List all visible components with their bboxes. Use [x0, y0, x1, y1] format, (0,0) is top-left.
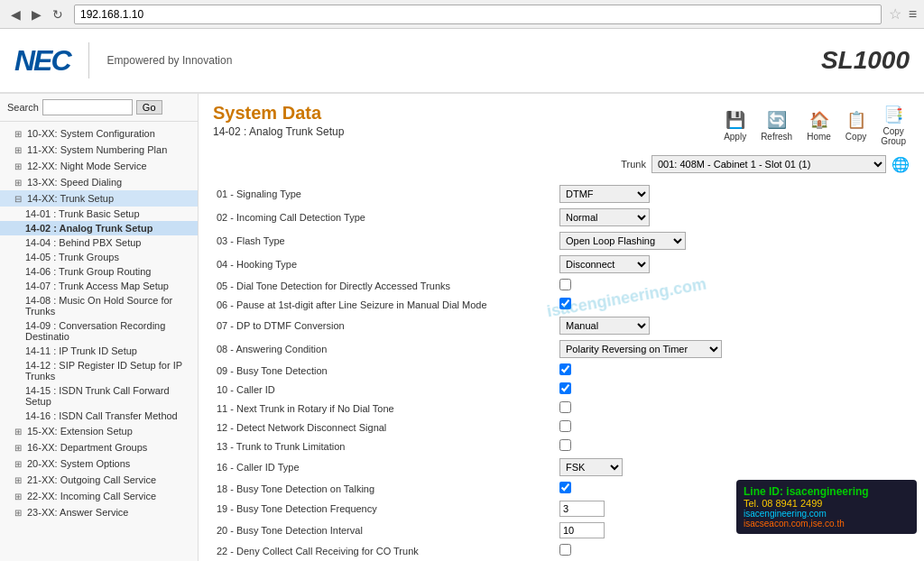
- sidebar-item-14-01[interactable]: 14-01 : Trunk Basic Setup: [0, 207, 198, 221]
- field-value-16: FSK DTMF: [556, 455, 910, 479]
- form-row-01: 01 - Signaling Type DTMF DP: [213, 182, 910, 206]
- field-value-11: [556, 399, 910, 418]
- incoming-call-detection-select[interactable]: Normal Delayed: [559, 208, 650, 226]
- field-label-09: 09 - Busy Tone Detection: [213, 361, 556, 380]
- field-label-01: 01 - Signaling Type: [213, 182, 556, 206]
- reload-button[interactable]: ↻: [49, 5, 67, 23]
- sidebar-item-14-15[interactable]: 14-15 : ISDN Trunk Call Forward Setup: [0, 383, 198, 409]
- field-label-04: 04 - Hooking Type: [213, 253, 556, 276]
- sidebar-item-14-06[interactable]: 14-06 : Trunk Group Routing: [0, 264, 198, 279]
- expand-icon: ⊞: [14, 492, 23, 501]
- pause-1st-digit-checkbox[interactable]: [559, 298, 571, 309]
- field-label-06: 06 - Pause at 1st-digit after Line Seizu…: [213, 295, 556, 314]
- expand-icon: ⊞: [14, 443, 23, 453]
- field-label-05: 05 - Dial Tone Detection for Directly Ac…: [213, 276, 556, 295]
- hooking-type-select[interactable]: Disconnect Flash: [559, 255, 650, 273]
- deny-collect-call-checkbox[interactable]: [559, 544, 571, 556]
- sidebar-item-14-09[interactable]: 14-09 : Conversation Recording Destinati…: [0, 318, 198, 344]
- sidebar-item-label: 20-XX: System Options: [27, 458, 130, 469]
- model-name: SL1000: [821, 46, 910, 75]
- trunk-select[interactable]: 001: 408M - Cabinet 1 - Slot 01 (1): [651, 155, 886, 173]
- field-value-22: [556, 541, 910, 560]
- sidebar-item-label: 16-XX: Department Groups: [27, 442, 147, 453]
- page-header-row: System Data 14-02 : Analog Trunk Setup 💾…: [213, 103, 910, 148]
- sidebar-item-22xx[interactable]: ⊞ 22-XX: Incoming Call Service: [0, 488, 198, 504]
- logo-tagline: Empowered by Innovation: [107, 53, 233, 69]
- expand-icon: ⊞: [14, 178, 23, 188]
- dial-tone-detection-checkbox[interactable]: [559, 279, 571, 290]
- home-button[interactable]: 🏠 Home: [803, 108, 835, 143]
- copy-button[interactable]: 📋 Copy: [842, 108, 870, 143]
- caller-id-type-select[interactable]: FSK DTMF: [559, 458, 623, 476]
- apply-button[interactable]: 💾 Apply: [720, 108, 750, 143]
- app-header: NEC Empowered by Innovation SL1000: [0, 29, 924, 94]
- trunk-info-icon[interactable]: 🌐: [892, 156, 910, 173]
- sidebar-item-12xx[interactable]: ⊞ 12-XX: Night Mode Service: [0, 158, 198, 174]
- bookmark-button[interactable]: ☆: [889, 5, 901, 23]
- sidebar-item-14xx[interactable]: ⊟ 14-XX: Trunk Setup: [0, 190, 198, 207]
- search-bar: Search Go: [0, 94, 198, 122]
- sidebar: Search Go ⊞ 10-XX: System Configuration …: [0, 94, 199, 561]
- sidebar-item-10xx[interactable]: ⊞ 10-XX: System Configuration: [0, 125, 198, 142]
- menu-button[interactable]: ≡: [909, 6, 917, 23]
- sidebar-item-label: 23-XX: Answer Service: [27, 507, 129, 518]
- sidebar-item-14-16[interactable]: 14-16 : ISDN Call Transfer Method: [0, 409, 198, 423]
- sidebar-item-label: 22-XX: Incoming Call Service: [27, 491, 156, 501]
- sidebar-item-14-07[interactable]: 14-07 : Trunk Access Map Setup: [0, 279, 198, 293]
- sidebar-item-15xx[interactable]: ⊞ 15-XX: Extension Setup: [0, 423, 198, 439]
- sidebar-item-13xx[interactable]: ⊞ 13-XX: Speed Dialing: [0, 174, 198, 190]
- promo-website2: isacseacon.com,ise.co.th: [744, 519, 910, 529]
- copy-label: Copy: [845, 132, 866, 142]
- sidebar-item-14-05[interactable]: 14-05 : Trunk Groups: [0, 250, 198, 264]
- next-trunk-rotary-checkbox[interactable]: [559, 401, 571, 413]
- busy-tone-detection-frequency-input[interactable]: [559, 501, 605, 517]
- busy-tone-detection-interval-input[interactable]: [559, 522, 605, 538]
- field-label-11: 11 - Next Trunk in Rotary if No Dial Ton…: [213, 399, 556, 418]
- trunk-to-trunk-limitation-checkbox[interactable]: [559, 439, 571, 451]
- caller-id-checkbox[interactable]: [559, 382, 571, 394]
- nec-logo: NEC: [14, 44, 70, 78]
- field-value-03: Open Loop Flashing Short Loop Flashing: [556, 229, 910, 253]
- sidebar-item-14-02[interactable]: 14-02 : Analog Trunk Setup: [0, 221, 198, 235]
- back-button[interactable]: ◀: [7, 5, 24, 23]
- sidebar-item-14-08[interactable]: 14-08 : Music On Hold Source for Trunks: [0, 293, 198, 318]
- logo-area: NEC Empowered by Innovation: [14, 42, 232, 78]
- search-input[interactable]: [42, 99, 133, 115]
- expand-icon: ⊞: [14, 161, 23, 171]
- flash-type-select[interactable]: Open Loop Flashing Short Loop Flashing: [559, 232, 686, 250]
- busy-tone-detection-checkbox[interactable]: [559, 363, 571, 375]
- field-label-19: 19 - Busy Tone Detection Frequency: [213, 498, 556, 520]
- answering-condition-select[interactable]: Polarity Reversing on Timer Timer Only P…: [559, 340, 722, 358]
- sidebar-item-23xx[interactable]: ⊞ 23-XX: Answer Service: [0, 504, 198, 520]
- form-row-05: 05 - Dial Tone Detection for Directly Ac…: [213, 276, 910, 295]
- page-title: System Data: [213, 103, 344, 124]
- field-label-20: 20 - Busy Tone Detection Interval: [213, 520, 556, 541]
- field-value-08: Polarity Reversing on Timer Timer Only P…: [556, 337, 910, 361]
- address-bar[interactable]: [74, 5, 882, 24]
- sidebar-item-14-11[interactable]: 14-11 : IP Trunk ID Setup: [0, 344, 198, 358]
- copy-group-button[interactable]: 📑 Copy Group: [877, 103, 910, 148]
- search-go-button[interactable]: Go: [136, 100, 162, 115]
- expand-icon: ⊞: [14, 508, 23, 518]
- field-label-12: 12 - Detect Network Disconnect Signal: [213, 418, 556, 437]
- field-label-10: 10 - Caller ID: [213, 380, 556, 399]
- forward-button[interactable]: ▶: [28, 5, 45, 23]
- sidebar-item-21xx[interactable]: ⊞ 21-XX: Outgoing Call Service: [0, 472, 198, 488]
- field-label-08: 08 - Answering Condition: [213, 337, 556, 361]
- sidebar-nav: ⊞ 10-XX: System Configuration ⊞ 11-XX: S…: [0, 122, 198, 561]
- signaling-type-select[interactable]: DTMF DP: [559, 185, 650, 203]
- field-label-02: 02 - Incoming Call Detection Type: [213, 206, 556, 229]
- refresh-label: Refresh: [761, 132, 792, 142]
- detect-network-disconnect-checkbox[interactable]: [559, 420, 571, 432]
- sidebar-item-14-04[interactable]: 14-04 : Behind PBX Setup: [0, 235, 198, 250]
- sidebar-item-20xx[interactable]: ⊞ 20-XX: System Options: [0, 455, 198, 472]
- field-label-22: 22 - Deny Collect Call Receiving for CO …: [213, 541, 556, 560]
- busy-tone-detection-talking-checkbox[interactable]: [559, 482, 571, 493]
- field-value-07: Manual Auto: [556, 314, 910, 337]
- refresh-button[interactable]: 🔄 Refresh: [757, 108, 796, 143]
- sidebar-item-11xx[interactable]: ⊞ 11-XX: System Numbering Plan: [0, 142, 198, 158]
- dp-to-dtmf-select[interactable]: Manual Auto: [559, 317, 650, 335]
- sidebar-item-14-12[interactable]: 14-12 : SIP Register ID Setup for IP Tru…: [0, 358, 198, 383]
- sidebar-item-16xx[interactable]: ⊞ 16-XX: Department Groups: [0, 439, 198, 455]
- sidebar-item-label: 12-XX: Night Mode Service: [27, 161, 147, 171]
